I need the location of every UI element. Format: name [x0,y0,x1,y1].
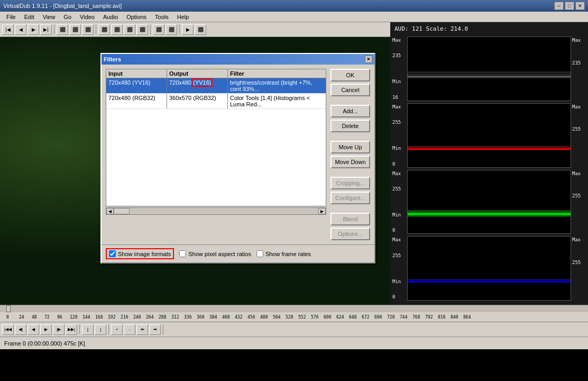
toolbar-btn-4[interactable]: ⬛ [98,24,110,35]
filter-row-0-filter: brightness/contrast (bright +7%, cont 93… [228,78,326,93]
filter-row-0-output: 720x480(YV16) [167,78,228,93]
scrubber-thumb[interactable] [6,305,11,312]
toolbar-play[interactable]: ▶ [27,24,39,35]
filter-row-1[interactable]: 720x480 (RGB32) 360x570 (RGB32) Color To… [106,94,326,109]
svg-rect-2 [408,71,571,74]
configure-button[interactable]: Configure... [330,192,370,204]
menu-file[interactable]: File [2,13,20,21]
green-chart [407,170,571,234]
scrubber-track[interactable] [0,305,588,312]
filter-buttons: OK Cancel Add... Delete Move Up Move Dow… [330,69,370,240]
cropping-button[interactable]: Cropping... [330,177,370,189]
toolbar-next[interactable]: ▶| [40,24,52,35]
timeline-ticks: 0 24 48 72 96 120 144 168 192 216 240 26… [0,315,476,320]
toolbar-btn-6[interactable]: ⬛ [124,24,135,35]
show-frame-rates-checkbox[interactable] [256,250,263,257]
blend-button[interactable]: Blend [330,213,370,225]
scrollbar-thumb[interactable] [114,208,130,214]
toolbar-prev-frame[interactable]: |◀ [2,24,14,35]
btn-mark-in[interactable]: [ [82,324,94,335]
svg-rect-12 [408,237,571,300]
btn-mark-out[interactable]: ] [95,324,106,335]
show-pixel-ratios-label[interactable]: Show pixel aspect ratios [179,250,251,257]
filter-row-1-input: 720x480 (RGB32) [106,94,167,108]
toolbar-btn-11[interactable]: ⬛ [195,24,206,35]
red-chart [407,103,571,168]
toolbar-btn-9[interactable]: ⬛ [166,24,177,35]
show-frame-rates-text: Show frame rates [265,251,311,257]
green-scope-section: Max 255 Min 0 Max 255 [392,170,586,234]
show-image-formats-label[interactable]: Show image formats [106,248,174,259]
scrollbar-track[interactable] [114,208,318,214]
btn-go-start[interactable]: |◀◀ [2,324,14,335]
filters-dialog: Filters ✕ Input Output Filter 720x480 (Y… [100,53,375,264]
blue-right-labels: Max 255 [571,236,586,301]
btn-left[interactable]: ⬅ [136,324,148,335]
btn-zoom-out[interactable]: - [124,324,135,335]
maximize-button[interactable]: □ [565,2,574,10]
btn-next-frame[interactable]: ▶ [40,324,52,335]
filter-row-0[interactable]: 720x480 (YV16) 720x480(YV16) brightness/… [106,78,326,94]
btn-go-end[interactable]: ▶▶| [66,324,77,335]
scrollbar-right-btn[interactable]: ▶ [318,208,326,214]
filter-row-1-output: 360x570 (RGB32) [167,94,228,108]
add-button[interactable]: Add... [330,105,370,117]
btn-zoom-in[interactable]: + [111,324,123,335]
menu-view[interactable]: View [39,13,60,21]
dialog-close-button[interactable]: ✕ [365,56,372,63]
toolbar-btn-1[interactable]: ⬛ [57,24,68,35]
move-down-button[interactable]: Move Down [330,156,370,168]
toolbar-btn-5[interactable]: ⬛ [111,24,123,35]
menu-options[interactable]: Options [122,13,151,21]
bottom-controls: |◀◀ ◀| ◀ ▶ |▶ ▶▶| [ ] + - ⬅ ➡ [0,322,588,337]
col-header-filter: Filter [228,69,326,78]
svg-rect-11 [408,210,571,212]
svg-rect-1 [408,74,571,78]
toolbar-prev[interactable]: ◀ [15,24,26,35]
titlebar-controls: ─ □ ✕ [554,2,585,10]
btn-prev-frame[interactable]: ◀ [27,324,39,335]
show-image-formats-checkbox[interactable] [109,250,116,257]
toolbar-btn-10[interactable]: ▶ [182,24,194,35]
close-button[interactable]: ✕ [575,2,585,10]
blue-chart [407,236,571,301]
luma-right-labels: Max 235 [571,37,586,101]
filter-scrollbar[interactable]: ◀ ▶ [106,207,326,215]
btn-right[interactable]: ➡ [149,324,161,335]
output-format-highlight-0: (YV16) [191,78,213,87]
red-left-labels: Max 255 Min 0 [392,103,407,168]
red-scope-section: Max 255 Min 0 Max 255 [392,103,586,168]
toolbar-btn-7[interactable]: ⬛ [136,24,148,35]
luma-chart [407,37,571,101]
blue-left-labels: Max 255 Min 0 [392,236,407,301]
show-frame-rates-label[interactable]: Show frame rates [256,250,311,257]
cancel-button[interactable]: Cancel [330,84,370,96]
green-right-labels: Max 255 [571,170,586,234]
menu-audio[interactable]: Audio [99,13,122,21]
menu-edit[interactable]: Edit [20,13,39,21]
filter-list-area: Input Output Filter 720x480 (YV16) 720x4… [106,69,326,240]
minimize-button[interactable]: ─ [554,2,564,10]
filter-row-1-filter: Color Tools [1.4] (Histograms < Luma Red… [228,94,326,108]
btn-prev-key[interactable]: ◀| [15,324,26,335]
menu-tools[interactable]: Tools [151,13,173,21]
menu-video[interactable]: Video [76,13,99,21]
ok-button[interactable]: OK [330,69,370,81]
svg-rect-7 [408,146,571,147]
scrollbar-left-btn[interactable]: ◀ [106,208,114,214]
menu-go[interactable]: Go [59,13,76,21]
show-image-formats-text: Show image formats [118,251,171,257]
delete-button[interactable]: Delete [330,120,370,132]
toolbar-btn-2[interactable]: ⬛ [69,24,81,35]
toolbar-btn-3[interactable]: ⬛ [82,24,94,35]
scrubber-bar[interactable] [0,305,588,312]
move-up-button[interactable]: Move Up [330,141,370,153]
show-pixel-ratios-checkbox[interactable] [179,250,186,257]
options-button[interactable]: Options... [330,228,370,240]
dialog-titlebar: Filters ✕ [102,54,374,65]
menu-help[interactable]: Help [173,13,194,21]
svg-rect-15 [408,279,571,280]
col-header-input: Input [106,69,167,78]
btn-next-key[interactable]: |▶ [53,324,65,335]
toolbar-btn-8[interactable]: ⬛ [153,24,164,35]
